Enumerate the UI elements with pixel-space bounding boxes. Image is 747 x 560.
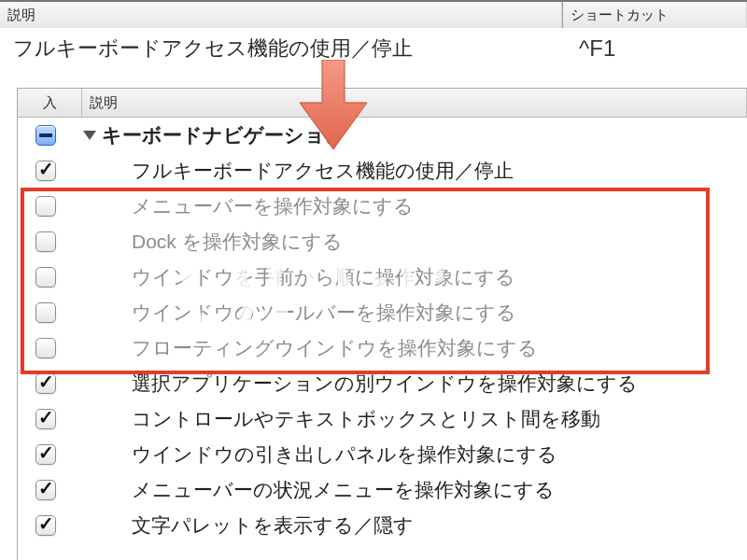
group-checkbox[interactable] <box>35 125 56 146</box>
item-label: フローティングウインドウを操作対象にする <box>132 335 538 361</box>
list-item[interactable]: Dock を操作対象にする <box>18 224 747 259</box>
outer-row[interactable]: フルキーボードアクセス機能の使用／停止 ^F1 <box>0 28 747 69</box>
disclosure-triangle-icon[interactable] <box>83 131 96 140</box>
item-checkbox[interactable] <box>35 267 56 287</box>
shortcut-rows: キーボードナビゲーション フルキーボードアクセス機能の使用／停止メニューバーを操… <box>18 118 747 543</box>
outer-row-shortcut: ^F1 <box>579 35 747 62</box>
item-label: ウインドウのツールバーを操作対象にする <box>132 300 516 326</box>
list-item[interactable]: メニューバーの状況メニューを操作対象にする <box>18 472 747 508</box>
item-label: フルキーボードアクセス機能の使用／停止 <box>132 158 514 184</box>
item-checkbox[interactable] <box>35 338 56 358</box>
outer-row-description: フルキーボードアクセス機能の使用／停止 <box>0 35 579 63</box>
list-item[interactable]: 選択アプリケーションの別ウインドウを操作対象にする <box>18 366 747 401</box>
item-label: コントロールやテキストボックスとリスト間を移動 <box>132 406 600 432</box>
item-label: 文字パレットを表示する／隠す <box>132 512 414 539</box>
item-label: ウインドウを手前から順に操作対象にする <box>132 264 515 290</box>
outer-column-header: 説明 ショートカット <box>0 0 747 28</box>
list-item[interactable]: コントロールやテキストボックスとリスト間を移動 <box>18 401 747 437</box>
list-item[interactable]: 文字パレットを表示する／隠す <box>18 508 747 543</box>
inner-column-header: 入 説明 <box>18 89 747 118</box>
item-checkbox[interactable] <box>35 480 56 500</box>
item-checkbox[interactable] <box>35 302 56 323</box>
item-label: 選択アプリケーションの別ウインドウを操作対象にする <box>132 371 638 397</box>
shortcut-list-panel: 入 説明 キーボードナビゲーション フルキーボードアクセス機能の使用／停止メニュ… <box>17 88 747 560</box>
list-item[interactable]: フルキーボードアクセス機能の使用／停止 <box>18 153 747 189</box>
item-checkbox[interactable] <box>35 231 56 252</box>
outer-header-description[interactable]: 説明 <box>0 2 562 28</box>
item-checkbox[interactable] <box>35 515 56 536</box>
group-row[interactable]: キーボードナビゲーション <box>18 118 747 153</box>
list-item[interactable]: ウインドウを手前から順に操作対象にする <box>18 259 747 295</box>
inner-header-description[interactable]: 説明 <box>82 89 747 117</box>
list-item[interactable]: メニューバーを操作対象にする <box>18 189 747 224</box>
list-item[interactable]: ウインドウのツールバーを操作対象にする <box>18 295 747 330</box>
item-label: Dock を操作対象にする <box>132 229 343 255</box>
item-checkbox[interactable] <box>35 196 56 217</box>
group-label: キーボードナビゲーション <box>102 122 345 148</box>
item-label: メニューバーを操作対象にする <box>132 193 414 219</box>
item-label: ウインドウの引き出しパネルを操作対象にする <box>132 441 557 468</box>
item-checkbox[interactable] <box>35 409 56 429</box>
item-checkbox[interactable] <box>35 373 56 394</box>
item-checkbox[interactable] <box>35 444 56 465</box>
list-item[interactable]: ウインドウの引き出しパネルを操作対象にする <box>18 437 747 472</box>
list-item[interactable]: フローティングウインドウを操作対象にする <box>18 330 747 366</box>
inner-header-enabled[interactable]: 入 <box>18 89 82 117</box>
outer-header-shortcut[interactable]: ショートカット <box>562 2 747 28</box>
item-label: メニューバーの状況メニューを操作対象にする <box>132 477 555 503</box>
item-checkbox[interactable] <box>35 161 56 181</box>
